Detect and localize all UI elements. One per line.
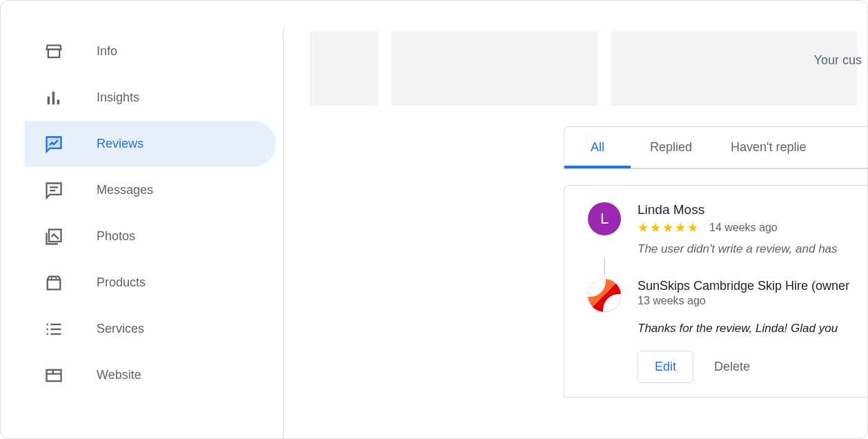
main-content: Your cus All Replied Haven't replie [284, 28, 867, 438]
photos-icon [44, 227, 63, 246]
sidebar-item-label: Photos [97, 229, 135, 244]
placeholder-card [798, 31, 858, 106]
star-rating-icon: ★★★★★ [638, 220, 700, 235]
review-time-ago: 14 weeks ago [709, 222, 778, 234]
sidebar-item-products[interactable]: Products [25, 260, 276, 306]
sidebar-item-messages[interactable]: Messages [25, 167, 276, 213]
sidebar-item-insights[interactable]: Insights [25, 75, 276, 121]
reply-section: SunSkips Cambridge Skip Hire (owner 13 w… [588, 279, 854, 312]
svg-rect-1 [52, 91, 55, 104]
stars-row: ★★★★★ 14 weeks ago [638, 220, 854, 235]
avatar-initial: L [600, 210, 609, 228]
tab-label: Haven't replie [731, 140, 807, 155]
sidebar-item-label: Info [97, 44, 117, 59]
tab-label: Replied [650, 140, 692, 155]
tabs-container: All Replied Haven't replie [564, 126, 867, 169]
reply-actions: Edit Delete [638, 351, 854, 383]
sidebar-item-label: Website [97, 368, 141, 382]
right-panel: Your cus All Replied Haven't replie [564, 31, 867, 398]
sidebar-item-label: Insights [97, 90, 139, 105]
review-header: L Linda Moss ★★★★★ 14 weeks ago [588, 202, 854, 235]
review-info: Linda Moss ★★★★★ 14 weeks ago [638, 202, 854, 235]
sidebar-item-label: Products [97, 275, 146, 290]
website-icon [44, 366, 63, 385]
sidebar-item-info[interactable]: Info [25, 28, 276, 75]
messages-icon [44, 181, 63, 200]
tab-replied[interactable]: Replied [631, 127, 711, 168]
owner-avatar[interactable] [588, 279, 621, 312]
reply-text: Thanks for the review, Linda! Glad you [638, 322, 854, 335]
svg-rect-0 [48, 96, 50, 104]
sidebar-item-website[interactable]: Website [25, 352, 276, 398]
sidebar-item-services[interactable]: Services [25, 306, 276, 352]
edit-button[interactable]: Edit [638, 351, 693, 383]
svg-rect-2 [57, 99, 60, 104]
sidebar-item-label: Messages [97, 183, 153, 197]
services-icon [44, 320, 63, 339]
products-icon [44, 273, 63, 293]
thread-connector [604, 257, 605, 277]
sidebar-item-label: Reviews [97, 137, 144, 151]
reviews-icon [44, 135, 63, 154]
tab-havent-replied[interactable]: Haven't replie [711, 127, 826, 168]
review-panel: L Linda Moss ★★★★★ 14 weeks ago The user… [564, 185, 867, 398]
tab-all[interactable]: All [564, 127, 631, 168]
reviewer-avatar[interactable]: L [588, 202, 621, 235]
delete-button[interactable]: Delete [714, 360, 750, 374]
sidebar-item-reviews[interactable]: Reviews [25, 121, 276, 167]
tabs: All Replied Haven't replie [564, 127, 867, 168]
tab-label: All [591, 140, 604, 155]
owner-name: SunSkips Cambridge Skip Hire (owner [638, 279, 854, 293]
header-partial-text: Your cus [814, 53, 862, 68]
reviewer-name: Linda Moss [638, 202, 854, 217]
placeholder-card [310, 31, 379, 106]
reply-time-ago: 13 weeks ago [638, 295, 854, 307]
reply-info: SunSkips Cambridge Skip Hire (owner 13 w… [638, 279, 854, 312]
sidebar-item-label: Services [97, 322, 144, 336]
store-icon [44, 42, 63, 61]
sidebar: Info Insights Reviews [1, 28, 284, 438]
sidebar-item-photos[interactable]: Photos [25, 213, 276, 260]
review-text: The user didn't write a review, and has [638, 242, 854, 256]
insights-icon [44, 88, 63, 108]
